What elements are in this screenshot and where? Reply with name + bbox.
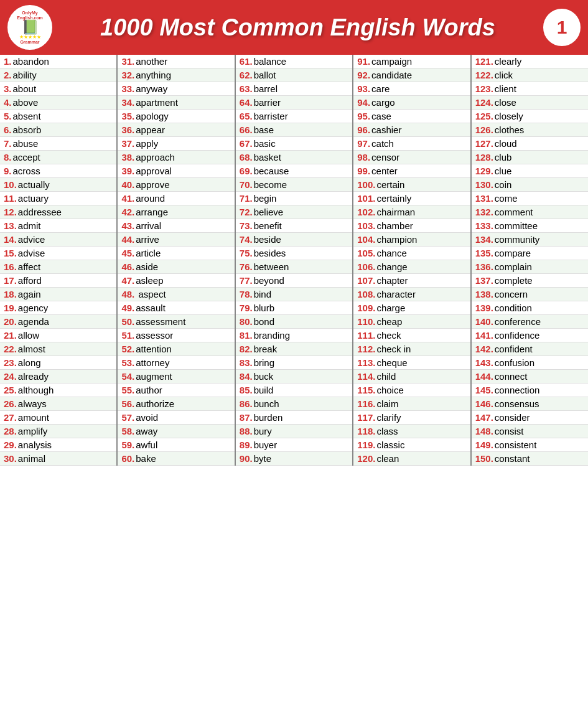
word-text: complete <box>495 275 533 286</box>
word-number: 15. <box>4 248 17 258</box>
word-text: afford <box>18 275 42 286</box>
word-text: change <box>376 261 407 272</box>
word-number: 140. <box>475 316 493 327</box>
word-number: 19. <box>4 303 17 313</box>
word-text: beside <box>254 234 281 245</box>
word-text: class <box>376 426 398 436</box>
word-text: arrive <box>136 234 159 245</box>
list-item: 15.advise <box>0 247 116 260</box>
word-text: consist <box>495 426 524 436</box>
word-number: 117. <box>357 412 375 423</box>
word-number: 93. <box>357 83 370 94</box>
list-item: 96.cashier <box>353 123 470 137</box>
word-text: anything <box>136 70 171 80</box>
list-item: 127.cloud <box>472 137 588 151</box>
word-number: 12. <box>4 207 17 217</box>
word-number: 87. <box>240 412 253 423</box>
word-number: 88. <box>240 426 253 436</box>
word-text: besides <box>254 248 286 258</box>
word-text: bond <box>254 316 274 327</box>
word-text: clue <box>495 166 512 176</box>
word-number: 42. <box>121 207 134 217</box>
word-number: 36. <box>121 125 134 135</box>
word-text: along <box>18 357 41 368</box>
word-number: 22. <box>4 344 17 354</box>
word-number: 89. <box>240 440 253 450</box>
word-number: 122. <box>475 70 493 80</box>
list-item: 87.burden <box>236 411 352 425</box>
word-text: already <box>18 371 49 382</box>
word-text: compare <box>495 248 531 258</box>
word-text: build <box>254 385 274 395</box>
list-item: 82.break <box>236 342 352 356</box>
word-number: 81. <box>240 330 253 341</box>
list-item: 117.clarify <box>353 411 470 425</box>
word-number: 37. <box>121 138 134 149</box>
list-item: 30.animal <box>0 452 116 466</box>
list-item: 109.charge <box>353 301 470 315</box>
list-item: 18.again <box>0 288 116 301</box>
word-text: community <box>495 234 540 245</box>
word-number: 14. <box>4 234 17 245</box>
word-text: benefit <box>254 220 282 231</box>
list-item: 50.assessment <box>118 315 234 329</box>
list-item: 106.change <box>353 260 470 274</box>
list-item: 60.bake <box>118 452 234 466</box>
word-number: 16. <box>4 261 17 272</box>
list-item: 113.cheque <box>353 356 470 370</box>
word-text: chapter <box>376 275 408 286</box>
list-item: 61.balance <box>236 55 352 68</box>
word-text: claim <box>376 398 398 409</box>
word-text: consensus <box>495 398 539 409</box>
word-text: break <box>254 344 278 354</box>
word-text: absent <box>13 111 41 121</box>
word-number: 101. <box>357 193 375 204</box>
word-number: 133. <box>475 220 493 231</box>
word-number: 126. <box>475 125 493 135</box>
list-item: 10.actually <box>0 178 116 192</box>
list-item: 90.byte <box>236 452 352 466</box>
word-text: buck <box>254 371 274 382</box>
word-number: 65. <box>240 111 253 121</box>
word-number: 100. <box>357 179 375 190</box>
list-item: 142.confident <box>472 342 588 356</box>
word-number: 17. <box>4 275 17 286</box>
list-item: 73.benefit <box>236 219 352 233</box>
word-text: confusion <box>495 357 534 368</box>
word-text: conference <box>495 316 541 327</box>
word-number: 78. <box>240 289 253 299</box>
word-text: base <box>254 125 274 135</box>
list-item: 78.bind <box>236 288 352 301</box>
word-text: cargo <box>371 97 395 108</box>
word-number: 96. <box>357 125 370 135</box>
word-number: 105. <box>357 248 375 258</box>
list-item: 6.absorb <box>0 123 116 137</box>
word-text: click <box>495 70 513 80</box>
word-number: 41. <box>121 193 134 204</box>
list-item: 114.child <box>353 370 470 384</box>
word-text: censor <box>371 152 399 162</box>
word-number: 97. <box>357 138 370 149</box>
word-number: 10. <box>4 179 17 190</box>
word-number: 52. <box>121 344 134 354</box>
list-item: 44.arrive <box>118 233 234 247</box>
word-text: approach <box>136 152 175 162</box>
word-text: chance <box>376 248 406 258</box>
list-item: 7.abuse <box>0 137 116 151</box>
word-number: 62. <box>240 70 253 80</box>
word-text: connect <box>495 371 528 382</box>
word-text: assault <box>136 303 166 313</box>
list-item: 57.avoid <box>118 411 234 425</box>
word-text: agenda <box>18 316 49 327</box>
list-item: 70.become <box>236 178 352 192</box>
list-item: 93.care <box>353 82 470 96</box>
word-number: 49. <box>121 303 134 313</box>
list-item: 75.besides <box>236 247 352 260</box>
word-number: 54. <box>121 371 134 382</box>
word-number: 18. <box>4 289 17 299</box>
list-item: 8.accept <box>0 151 116 164</box>
list-item: 124.close <box>472 96 588 110</box>
list-item: 54.augment <box>118 370 234 384</box>
word-text: catch <box>371 138 394 149</box>
word-text: augment <box>136 371 172 382</box>
